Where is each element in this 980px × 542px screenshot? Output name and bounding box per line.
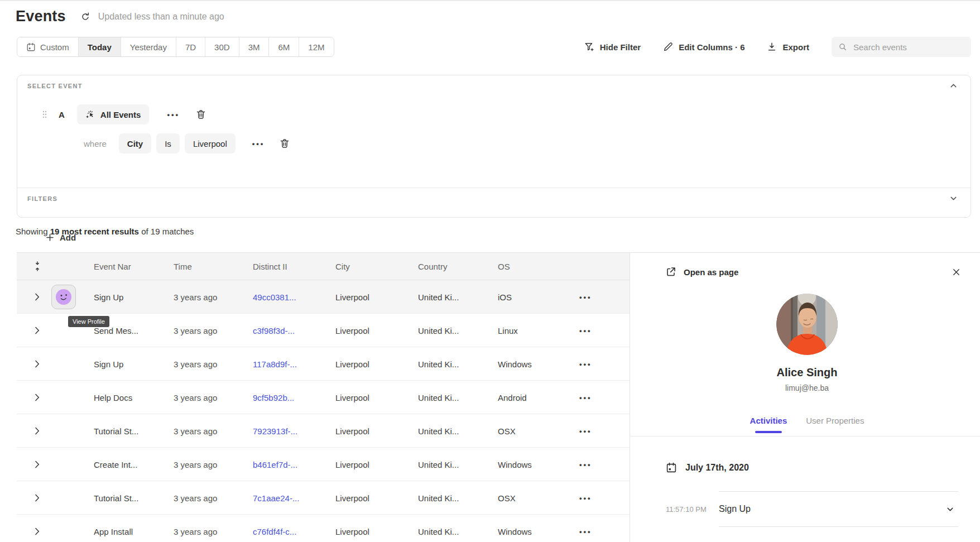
events-table: Event NarTimeDistinct IICityCountryOS Si… — [17, 252, 630, 542]
column-header[interactable]: OS — [498, 262, 510, 271]
delete-event-icon[interactable] — [195, 109, 206, 120]
column-header[interactable]: City — [335, 262, 350, 271]
search-input[interactable] — [852, 42, 964, 52]
row-expand-chevron-icon[interactable] — [35, 427, 40, 435]
open-as-page-button[interactable]: Open as page — [665, 266, 738, 277]
user-avatar[interactable] — [56, 356, 71, 372]
collapse-section-icon[interactable] — [949, 81, 958, 90]
row-actions-button[interactable]: ••• — [579, 326, 592, 334]
distinct-id-link[interactable]: 117a8d9f-... — [253, 359, 297, 368]
table-row[interactable]: Sign Up 3 years ago 117a8d9f-... Liverpo… — [17, 347, 630, 381]
date-tab-3m[interactable]: 3M — [239, 37, 269, 56]
country-cell: United Ki... — [418, 459, 459, 469]
distinct-id-link[interactable]: 9cf5b92b... — [253, 392, 294, 402]
date-tab-30d[interactable]: 30D — [205, 37, 239, 56]
expand-filters-icon[interactable] — [949, 194, 958, 203]
search-box — [832, 37, 971, 57]
refresh-icon[interactable] — [80, 12, 90, 22]
column-header[interactable]: Country — [418, 262, 448, 271]
results-prefix: Showing — [16, 227, 50, 236]
os-cell: iOS — [498, 292, 512, 301]
distinct-id-link[interactable]: 49cc0381... — [253, 292, 296, 301]
date-tab-today[interactable]: Today — [78, 37, 121, 56]
event-more-button[interactable]: ••• — [164, 111, 183, 119]
row-actions-button[interactable]: ••• — [579, 359, 592, 368]
column-header[interactable]: Distinct II — [253, 262, 287, 271]
close-panel-icon[interactable] — [952, 267, 961, 277]
distinct-id-link[interactable]: 7c1aae24-... — [253, 493, 299, 502]
activity-expand-row[interactable]: Sign Up — [719, 491, 958, 527]
export-button[interactable]: Export — [767, 42, 809, 52]
city-cell: Liverpool — [335, 426, 369, 435]
user-avatar[interactable] — [56, 457, 71, 472]
event-row-letter: A — [59, 110, 65, 119]
user-avatar[interactable] — [56, 524, 71, 539]
row-actions-button[interactable]: ••• — [579, 493, 592, 502]
filter-property-chip[interactable]: City — [119, 133, 151, 154]
funnel-plus-icon — [584, 42, 594, 52]
filter-value-chip[interactable]: Liverpool — [185, 133, 236, 154]
table-row[interactable]: Help Docs 3 years ago 9cf5b92b... Liverp… — [17, 381, 630, 414]
event-name-cell: Sign Up — [94, 292, 123, 301]
row-expand-chevron-icon[interactable] — [35, 461, 40, 468]
edit-columns-button[interactable]: Edit Columns · 6 — [663, 42, 744, 52]
row-expand-chevron-icon[interactable] — [35, 527, 40, 535]
distinct-id-link[interactable]: c76fdf4f-c... — [253, 526, 296, 536]
date-tab-custom[interactable]: Custom — [17, 37, 78, 56]
row-actions-button[interactable]: ••• — [579, 393, 592, 401]
pencil-icon — [663, 42, 673, 52]
table-row[interactable]: Create Int... 3 years ago b461ef7d-... L… — [17, 448, 630, 481]
where-filter-row: where City Is Liverpool ••• — [84, 133, 290, 154]
tab-activities[interactable]: Activities — [750, 416, 787, 433]
hide-filter-button[interactable]: Hide Filter — [584, 42, 641, 52]
distinct-id-link[interactable]: b461ef7d-... — [253, 459, 297, 469]
user-avatar[interactable] — [56, 390, 71, 405]
city-cell: Liverpool — [335, 526, 369, 536]
filter-more-button[interactable]: ••• — [249, 140, 268, 148]
avatar-face-icon — [56, 289, 71, 305]
activity-item: 11:57:10 PM Sign Up — [666, 491, 958, 527]
table-row[interactable]: Sign Up 3 years ago 49cc0381... Liverpoo… — [17, 280, 630, 314]
row-expand-chevron-icon[interactable] — [35, 360, 40, 368]
event-chip-label: All Events — [100, 110, 141, 119]
all-events-click-icon — [85, 109, 95, 119]
delete-filter-icon[interactable] — [279, 138, 290, 149]
table-row[interactable]: App Install 3 years ago c76fdf4f-c... Li… — [17, 515, 630, 542]
row-actions-button[interactable]: ••• — [579, 527, 592, 535]
country-cell: United Ki... — [418, 325, 459, 335]
date-tab-6m[interactable]: 6M — [268, 37, 299, 56]
os-cell: OSX — [498, 493, 516, 502]
distinct-id-link[interactable]: c3f98f3d-... — [253, 325, 295, 335]
collapse-rows-icon[interactable] — [33, 261, 41, 272]
user-avatar[interactable] — [56, 423, 71, 439]
column-header[interactable]: Time — [174, 262, 192, 271]
user-avatar[interactable] — [56, 490, 71, 506]
row-actions-button[interactable]: ••• — [579, 460, 592, 468]
event-name-cell: Help Docs — [94, 392, 132, 402]
os-cell: Windows — [498, 459, 532, 469]
column-header[interactable]: Event Nar — [94, 262, 131, 271]
date-tab-yesterday[interactable]: Yesterday — [121, 37, 176, 56]
date-tab-7d[interactable]: 7D — [176, 37, 205, 56]
table-row[interactable]: Tutorial St... 3 years ago 7c1aae24-... … — [17, 481, 630, 515]
row-actions-button[interactable]: ••• — [579, 426, 592, 435]
row-expand-chevron-icon[interactable] — [35, 494, 40, 502]
row-expand-chevron-icon[interactable] — [35, 293, 40, 301]
distinct-id-link[interactable]: 7923913f-... — [253, 426, 297, 435]
page-header: Events Updated less than a minute ago — [16, 8, 224, 25]
table-row[interactable]: Tutorial St... 3 years ago 7923913f-... … — [17, 414, 630, 448]
filter-operator-chip[interactable]: Is — [156, 133, 180, 154]
time-cell: 3 years ago — [174, 359, 217, 368]
user-avatar[interactable] — [51, 285, 76, 309]
row-actions-button[interactable]: ••• — [579, 292, 592, 301]
filters-label: FILTERS — [27, 195, 57, 202]
row-expand-chevron-icon[interactable] — [35, 327, 40, 334]
date-tab-12m[interactable]: 12M — [299, 37, 333, 56]
drag-handle-icon[interactable] — [42, 110, 47, 119]
os-cell: OSX — [498, 426, 516, 435]
events-page: Events Updated less than a minute ago Cu… — [0, 0, 980, 542]
time-cell: 3 years ago — [174, 526, 217, 536]
row-expand-chevron-icon[interactable] — [35, 394, 40, 401]
tab-user-properties[interactable]: User Properties — [806, 416, 864, 433]
event-selector-chip[interactable]: All Events — [77, 104, 150, 124]
